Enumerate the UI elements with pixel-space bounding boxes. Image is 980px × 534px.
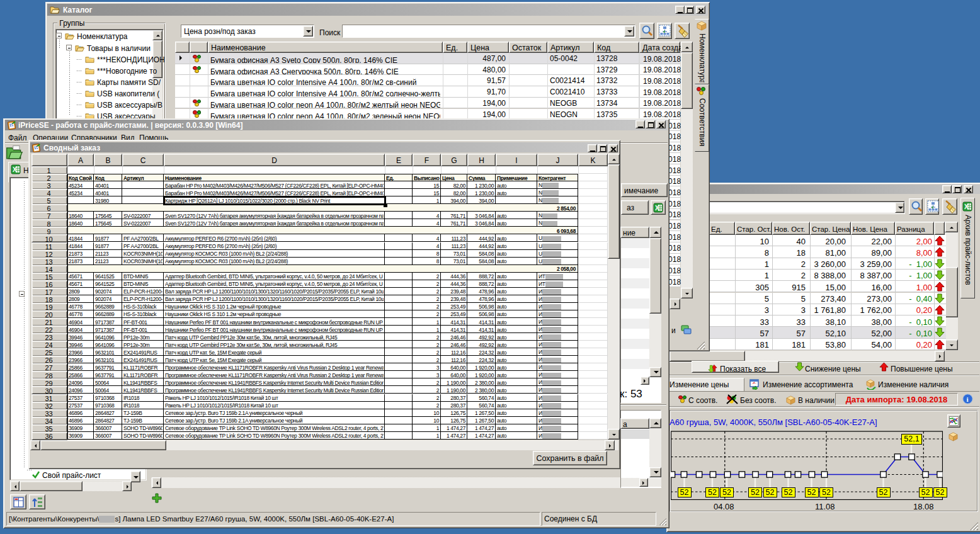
svg-text:X: X bbox=[964, 203, 969, 210]
svg-text:X: X bbox=[13, 166, 17, 173]
svg-text:X: X bbox=[655, 205, 659, 212]
svg-text:i: i bbox=[966, 395, 968, 403]
